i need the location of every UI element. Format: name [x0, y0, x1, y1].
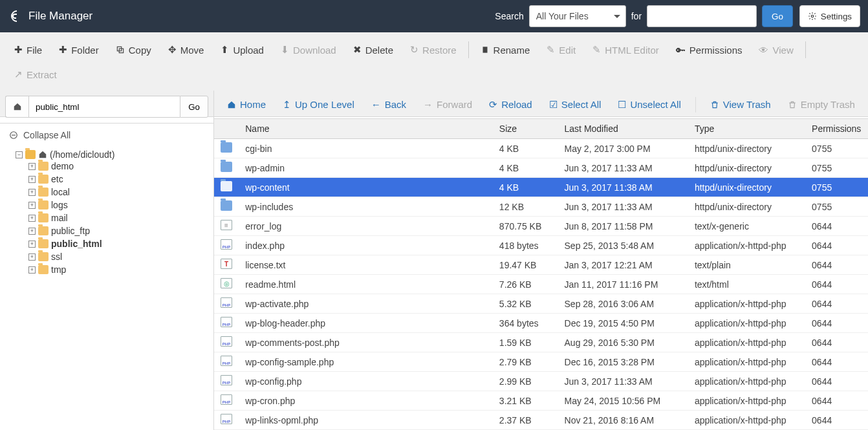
file-type: application/x-httpd-php	[688, 333, 805, 352]
file-size: 4 KB	[493, 178, 558, 197]
table-row[interactable]: error_log870.75 KBJun 8, 2017 11:58 PMte…	[214, 217, 868, 236]
file-size: 2.79 KB	[493, 352, 558, 372]
restore-button[interactable]: ↻Restore	[402, 39, 464, 61]
move-icon: ✥	[168, 44, 177, 56]
column-name[interactable]: Name	[239, 119, 493, 139]
file-name: readme.html	[239, 275, 493, 294]
up-one-level-button[interactable]: ↥Up One Level	[276, 95, 361, 114]
move-button[interactable]: ✥Move	[160, 39, 212, 61]
file-name: cgi-bin	[239, 139, 493, 158]
tree-item[interactable]: +demo	[28, 161, 208, 171]
tree-item[interactable]: +mail	[28, 213, 208, 223]
expander-icon[interactable]: +	[28, 266, 36, 274]
table-row[interactable]: wp-comments-post.php1.59 KBAug 29, 2016 …	[214, 333, 868, 352]
file-size: 2.37 KB	[493, 411, 558, 430]
path-input[interactable]	[28, 96, 180, 118]
edit-button[interactable]: ✎Edit	[539, 39, 583, 61]
file-type: text/x-generic	[688, 217, 805, 236]
view-trash-button[interactable]: View Trash	[704, 95, 777, 114]
reload-button[interactable]: ⟳Reload	[483, 95, 539, 114]
cpanel-icon	[8, 8, 23, 24]
home-button[interactable]: Home	[221, 95, 272, 114]
select-all-button[interactable]: ☑Select All	[543, 95, 608, 114]
file-type: application/x-httpd-php	[688, 411, 805, 430]
table-row[interactable]: wp-cron.php3.21 KBMay 24, 2015 10:56 PMa…	[214, 391, 868, 411]
tree-item[interactable]: +tmp	[28, 264, 208, 275]
table-row[interactable]: wp-content4 KBJun 3, 2017 11:38 AMhttpd/…	[214, 178, 868, 197]
expander-icon[interactable]: +	[28, 228, 36, 235]
expander-icon[interactable]: +	[28, 241, 36, 248]
tree-item[interactable]: +logs	[28, 200, 208, 210]
table-row[interactable]: wp-config.php2.99 KBJun 3, 2017 11:33 AM…	[214, 372, 868, 391]
expander-icon[interactable]: +	[28, 176, 36, 183]
search-go-button[interactable]: Go	[762, 5, 793, 27]
back-button[interactable]: ←Back	[365, 95, 413, 114]
file-type: application/x-httpd-php	[688, 391, 805, 411]
column-modified[interactable]: Last Modified	[558, 119, 688, 139]
expander-icon[interactable]: +	[28, 215, 36, 222]
download-button[interactable]: ⬇Download	[273, 39, 344, 61]
path-go-button[interactable]: Go	[180, 96, 208, 118]
tree-item[interactable]: +ssl	[28, 252, 208, 262]
tree-item[interactable]: +public_html	[28, 239, 208, 249]
tree-item[interactable]: +local	[28, 187, 208, 197]
collapse-all-button[interactable]: Collapse All	[0, 124, 213, 147]
eye-icon: 👁︎	[759, 45, 768, 56]
upload-button[interactable]: ⬆Upload	[213, 39, 272, 61]
search-scope-select[interactable]: All Your Files	[529, 5, 626, 27]
tree-item[interactable]: +etc	[28, 174, 208, 184]
extract-button[interactable]: ↗Extract	[6, 63, 65, 85]
table-row[interactable]: wp-links-opml.php2.37 KBNov 21, 2016 8:1…	[214, 411, 868, 430]
table-row[interactable]: readme.html7.26 KBJan 11, 2017 11:16 PMt…	[214, 275, 868, 294]
settings-button[interactable]: Settings	[799, 5, 860, 27]
expander-icon[interactable]: +	[28, 202, 36, 209]
sidebar: Go Collapse All − (/home/dicloudt) +demo…	[0, 91, 214, 430]
search-input[interactable]	[647, 5, 757, 27]
home-icon-button[interactable]	[5, 96, 28, 118]
table-row[interactable]: wp-includes12 KBJun 3, 2017 11:33 AMhttp…	[214, 197, 868, 217]
forward-button[interactable]: →Forward	[417, 95, 479, 114]
check-icon: ☑	[549, 99, 558, 111]
file-name: wp-blog-header.php	[239, 314, 493, 333]
rename-button[interactable]: Rename	[473, 39, 538, 61]
html-editor-button[interactable]: ✎HTML Editor	[585, 39, 667, 61]
tree-root[interactable]: − (/home/dicloudt)	[16, 149, 208, 160]
file-type: text/plain	[688, 255, 805, 275]
expander-icon[interactable]: +	[28, 189, 36, 196]
table-row[interactable]: index.php418 bytesSep 25, 2013 5:48 AMap…	[214, 236, 868, 255]
permissions-button[interactable]: 🔑︎Permissions	[668, 39, 750, 61]
download-icon: ⬇	[281, 44, 289, 56]
folder-button[interactable]: ✚Folder	[51, 39, 107, 61]
table-row[interactable]: wp-activate.php5.32 KBSep 28, 2016 3:06 …	[214, 294, 868, 314]
file-size: 4 KB	[493, 139, 558, 158]
view-button[interactable]: 👁︎View	[751, 39, 801, 61]
empty-trash-button[interactable]: Empty Trash	[781, 95, 862, 114]
file-button[interactable]: ✚File	[6, 39, 50, 61]
copy-button[interactable]: Copy	[108, 39, 159, 61]
expander-icon[interactable]: −	[16, 151, 23, 158]
file-permissions: 0644	[805, 352, 868, 372]
table-row[interactable]: wp-blog-header.php364 bytesDec 19, 2015 …	[214, 314, 868, 333]
delete-button[interactable]: ✖Delete	[345, 39, 401, 61]
expander-icon[interactable]: +	[28, 253, 36, 261]
file-modified: Jun 8, 2017 11:58 PM	[558, 217, 688, 236]
table-row[interactable]: cgi-bin4 KBMay 2, 2017 3:00 PMhttpd/unix…	[214, 139, 868, 158]
file-name: wp-config-sample.php	[239, 352, 493, 372]
column-permissions[interactable]: Permissions	[805, 119, 868, 139]
file-permissions: 0644	[805, 294, 868, 314]
file-size: 418 bytes	[493, 236, 558, 255]
unselect-all-button[interactable]: ☐Unselect All	[611, 95, 687, 114]
table-row[interactable]: license.txt19.47 KBJan 3, 2017 12:21 AMt…	[214, 255, 868, 275]
column-size[interactable]: Size	[493, 119, 558, 139]
home-icon	[38, 150, 47, 159]
trash-icon	[710, 100, 719, 109]
column-type[interactable]: Type	[688, 119, 805, 139]
file-modified: Jun 3, 2017 11:33 AM	[558, 158, 688, 178]
file-permissions: 0644	[805, 333, 868, 352]
expander-icon[interactable]: +	[28, 163, 36, 170]
table-row[interactable]: wp-admin4 KBJun 3, 2017 11:33 AMhttpd/un…	[214, 158, 868, 178]
tree-item[interactable]: +public_ftp	[28, 226, 208, 236]
x-icon: ✖	[353, 44, 362, 56]
table-row[interactable]: wp-config-sample.php2.79 KBDec 16, 2015 …	[214, 352, 868, 372]
file-name: wp-admin	[239, 158, 493, 178]
